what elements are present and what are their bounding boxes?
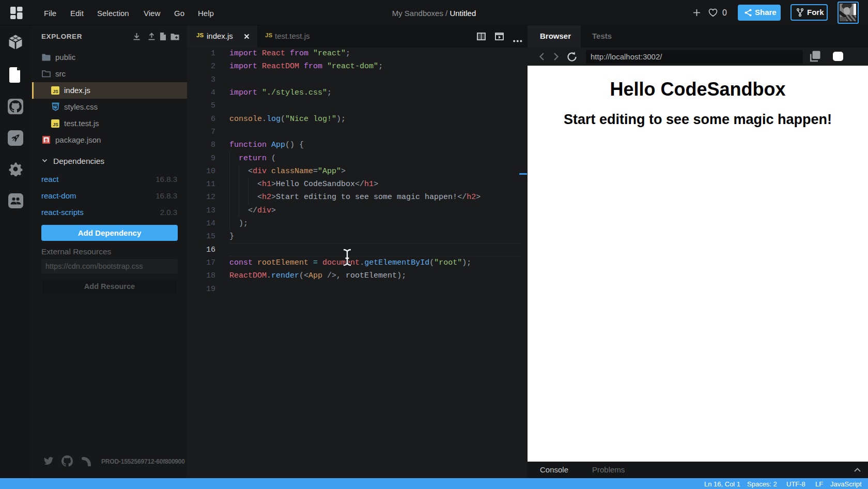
svg-text:JS: JS xyxy=(53,122,58,127)
svg-text:JS: JS xyxy=(53,89,58,94)
